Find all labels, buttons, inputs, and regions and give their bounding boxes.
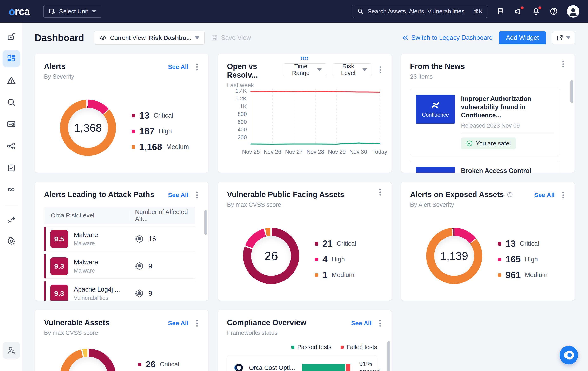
- news-item[interactable]: Confluence Broken Access Control vulnera…: [410, 161, 560, 173]
- open-vs-resolved-chart[interactable]: 1.4K1.2K1K800600400200Nov 25Nov 26Nov 27…: [224, 85, 387, 158]
- framework-row[interactable]: Orca Cost Opti... 91% passed: [227, 355, 377, 371]
- kebab-menu-icon[interactable]: [196, 323, 198, 324]
- vulnerable-assets-donut-chart[interactable]: [60, 349, 116, 371]
- sidebar-item-alerts[interactable]: [3, 72, 20, 89]
- current-view-dropdown[interactable]: Current View Risk Dashbo...: [94, 31, 205, 44]
- search-icon: [7, 98, 16, 107]
- news-source: Confluence: [422, 112, 449, 118]
- chevron-down-icon: [566, 36, 570, 39]
- see-all-link[interactable]: See All: [168, 320, 189, 327]
- drag-handle[interactable]: [301, 56, 309, 60]
- risk-level-dropdown[interactable]: Risk Level: [333, 63, 372, 76]
- legend-item[interactable]: 4 High: [315, 254, 356, 264]
- svg-text:1.4K: 1.4K: [235, 88, 247, 94]
- widget-title: Vulnerable Public Facing Assets: [227, 190, 344, 199]
- switch-legacy-link[interactable]: Switch to Legacy Dashboard: [402, 34, 493, 42]
- risk-score-badge: 9.3: [50, 284, 68, 301]
- sidebar-item-settings[interactable]: [3, 232, 20, 250]
- save-view-label: Save View: [221, 34, 251, 42]
- select-unit-dropdown[interactable]: Select Unit: [43, 5, 101, 18]
- legend-item[interactable]: 961 Medium: [498, 270, 548, 280]
- user-avatar[interactable]: [567, 5, 579, 18]
- sidebar-item-shift-left[interactable]: [3, 181, 20, 198]
- legend-item[interactable]: 1,168 Medium: [132, 142, 189, 152]
- svg-text:800: 800: [238, 111, 247, 117]
- sidebar-item-user-access[interactable]: [3, 342, 20, 359]
- help-button[interactable]: [549, 7, 558, 16]
- orca-logo[interactable]: orca: [9, 5, 30, 18]
- table-row[interactable]: 9.5 Malware Malware 16: [44, 227, 195, 251]
- exposed-legend: 13 Critical 165 High 961 Medium: [498, 239, 548, 280]
- share-dropdown-button[interactable]: [552, 31, 575, 44]
- sidebar-item-reports[interactable]: [3, 116, 20, 133]
- legend-item[interactable]: 21 Critical: [315, 239, 356, 249]
- see-all-link[interactable]: See All: [168, 191, 189, 198]
- legend-value: 4: [323, 254, 327, 264]
- sidebar-item-compliance[interactable]: [3, 159, 20, 177]
- info-icon[interactable]: [507, 191, 513, 198]
- attack-path-bell-icon: [135, 262, 144, 271]
- sidebar-item-dashboard[interactable]: [3, 50, 20, 67]
- add-widget-button[interactable]: Add Widget: [499, 31, 546, 44]
- orca-assistant-fab[interactable]: [559, 346, 578, 364]
- kebab-menu-icon[interactable]: [379, 191, 381, 193]
- legend-item[interactable]: 13 Critical: [498, 239, 548, 249]
- announcements-button[interactable]: [514, 7, 523, 16]
- legend-label: High: [158, 128, 172, 135]
- legend-item[interactable]: 165 High: [498, 254, 548, 264]
- legend-swatch: [341, 346, 344, 349]
- flag-button[interactable]: [496, 7, 505, 16]
- widget-title: Vulnerable Assets: [44, 318, 109, 327]
- table-row[interactable]: 9.3 Apache Log4j ... Vulnerabilities 9: [44, 281, 195, 301]
- save-view-button[interactable]: Save View: [211, 34, 251, 42]
- legend-item[interactable]: 13 Critical: [132, 110, 189, 121]
- legend-value: 13: [505, 239, 516, 249]
- graph-nodes-icon: [7, 141, 16, 151]
- passed-segment: [302, 364, 345, 371]
- time-range-dropdown[interactable]: Time Range: [283, 63, 326, 76]
- table-row[interactable]: 9.3 Malware Malware 9: [44, 254, 195, 279]
- svg-text:400: 400: [238, 127, 247, 133]
- alert-name: Apache Log4j ...: [74, 286, 120, 293]
- page-header: Dashboard Current View Risk Dashbo... Sa…: [35, 31, 575, 44]
- attack-paths-scrollbar[interactable]: [204, 210, 207, 235]
- warning-triangle-icon: [7, 76, 16, 85]
- affected-count: 9: [148, 290, 152, 297]
- kebab-menu-icon[interactable]: [562, 194, 564, 196]
- compliance-scrollbar[interactable]: [387, 341, 390, 371]
- confluence-logo-icon: [430, 100, 441, 110]
- news-item[interactable]: Confluence Improper Authorization vulner…: [410, 89, 560, 155]
- dashboard-icon: [7, 54, 16, 63]
- person-icon: [568, 6, 578, 17]
- legend-item[interactable]: 1 Medium: [315, 270, 356, 280]
- column-header[interactable]: Orca Risk Level: [44, 212, 129, 219]
- kebab-menu-icon[interactable]: [379, 69, 381, 71]
- sidebar-item-integrations[interactable]: [3, 211, 20, 228]
- alerts-donut-chart[interactable]: 1,368: [60, 100, 116, 156]
- news-scrollbar[interactable]: [570, 80, 573, 103]
- risk-score-badge: 9.3: [50, 257, 68, 275]
- legend-item[interactable]: 187 High: [132, 126, 189, 136]
- see-all-link[interactable]: See All: [534, 191, 555, 198]
- see-all-link[interactable]: See All: [351, 320, 371, 327]
- column-header[interactable]: Number of Affected Att...: [129, 210, 195, 221]
- legend-item[interactable]: 26 Critical: [138, 359, 179, 370]
- exposed-donut-chart[interactable]: 1,139: [426, 228, 482, 284]
- see-all-link[interactable]: See All: [168, 63, 189, 70]
- global-search[interactable]: ⌘K: [352, 5, 487, 18]
- news-title: Broken Access Control vulnerability foun…: [461, 167, 554, 173]
- kebab-menu-icon[interactable]: [379, 323, 381, 324]
- kebab-menu-icon[interactable]: [196, 194, 198, 196]
- search-input[interactable]: [368, 8, 469, 15]
- question-icon: [550, 7, 558, 15]
- topbar: orca Select Unit ⌘K: [0, 0, 588, 23]
- public-facing-donut-chart[interactable]: 26: [243, 228, 299, 284]
- sidebar-item-lock[interactable]: [3, 28, 20, 45]
- widget-title: Alerts on Exposed Assets: [410, 190, 513, 199]
- kebab-menu-icon[interactable]: [196, 66, 198, 68]
- sidebar-item-search[interactable]: [3, 94, 20, 111]
- legend-value: 1: [323, 270, 327, 280]
- sidebar-item-attack-paths[interactable]: [3, 137, 20, 155]
- kebab-menu-icon[interactable]: [562, 63, 564, 65]
- notifications-button[interactable]: [532, 7, 541, 16]
